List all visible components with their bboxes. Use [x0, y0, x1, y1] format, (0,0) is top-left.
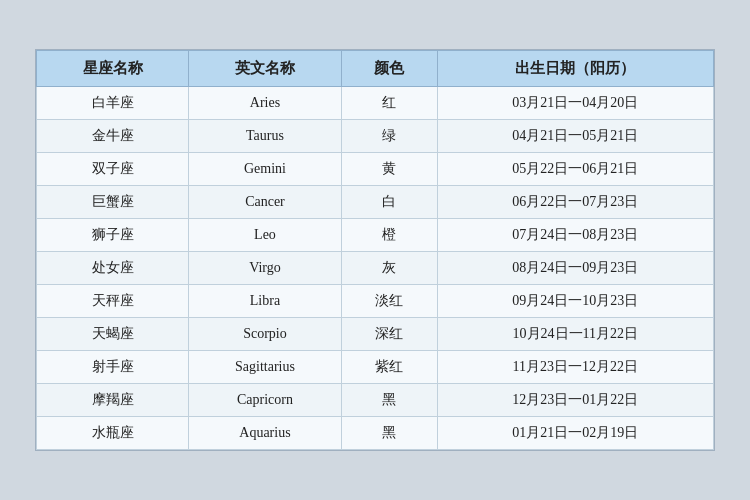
table-row: 天秤座Libra淡红09月24日一10月23日 [37, 285, 714, 318]
cell-color: 黑 [341, 384, 437, 417]
cell-chinese-name: 天秤座 [37, 285, 189, 318]
cell-color: 深红 [341, 318, 437, 351]
cell-english-name: Scorpio [189, 318, 341, 351]
cell-english-name: Capricorn [189, 384, 341, 417]
cell-color: 黄 [341, 153, 437, 186]
cell-chinese-name: 巨蟹座 [37, 186, 189, 219]
cell-color: 白 [341, 186, 437, 219]
cell-chinese-name: 水瓶座 [37, 417, 189, 450]
cell-english-name: Leo [189, 219, 341, 252]
zodiac-table-container: 星座名称 英文名称 颜色 出生日期（阳历） 白羊座Aries红03月21日一04… [35, 49, 715, 451]
cell-color: 红 [341, 87, 437, 120]
header-chinese-name: 星座名称 [37, 51, 189, 87]
table-row: 射手座Sagittarius紫红11月23日一12月22日 [37, 351, 714, 384]
cell-english-name: Aries [189, 87, 341, 120]
table-row: 水瓶座Aquarius黑01月21日一02月19日 [37, 417, 714, 450]
table-row: 摩羯座Capricorn黑12月23日一01月22日 [37, 384, 714, 417]
cell-dates: 12月23日一01月22日 [437, 384, 713, 417]
cell-color: 灰 [341, 252, 437, 285]
cell-dates: 04月21日一05月21日 [437, 120, 713, 153]
cell-dates: 07月24日一08月23日 [437, 219, 713, 252]
cell-english-name: Gemini [189, 153, 341, 186]
cell-english-name: Taurus [189, 120, 341, 153]
cell-chinese-name: 射手座 [37, 351, 189, 384]
cell-chinese-name: 天蝎座 [37, 318, 189, 351]
cell-chinese-name: 处女座 [37, 252, 189, 285]
cell-color: 淡红 [341, 285, 437, 318]
cell-dates: 01月21日一02月19日 [437, 417, 713, 450]
cell-color: 绿 [341, 120, 437, 153]
cell-chinese-name: 摩羯座 [37, 384, 189, 417]
cell-dates: 06月22日一07月23日 [437, 186, 713, 219]
cell-dates: 09月24日一10月23日 [437, 285, 713, 318]
cell-dates: 05月22日一06月21日 [437, 153, 713, 186]
cell-dates: 10月24日一11月22日 [437, 318, 713, 351]
cell-chinese-name: 狮子座 [37, 219, 189, 252]
table-row: 金牛座Taurus绿04月21日一05月21日 [37, 120, 714, 153]
zodiac-table: 星座名称 英文名称 颜色 出生日期（阳历） 白羊座Aries红03月21日一04… [36, 50, 714, 450]
table-row: 处女座Virgo灰08月24日一09月23日 [37, 252, 714, 285]
cell-chinese-name: 金牛座 [37, 120, 189, 153]
table-row: 巨蟹座Cancer白06月22日一07月23日 [37, 186, 714, 219]
header-color: 颜色 [341, 51, 437, 87]
cell-color: 紫红 [341, 351, 437, 384]
cell-chinese-name: 白羊座 [37, 87, 189, 120]
table-row: 天蝎座Scorpio深红10月24日一11月22日 [37, 318, 714, 351]
table-row: 双子座Gemini黄05月22日一06月21日 [37, 153, 714, 186]
cell-dates: 03月21日一04月20日 [437, 87, 713, 120]
cell-english-name: Sagittarius [189, 351, 341, 384]
table-row: 狮子座Leo橙07月24日一08月23日 [37, 219, 714, 252]
table-header-row: 星座名称 英文名称 颜色 出生日期（阳历） [37, 51, 714, 87]
cell-dates: 11月23日一12月22日 [437, 351, 713, 384]
cell-english-name: Virgo [189, 252, 341, 285]
cell-english-name: Aquarius [189, 417, 341, 450]
header-english-name: 英文名称 [189, 51, 341, 87]
cell-color: 黑 [341, 417, 437, 450]
table-row: 白羊座Aries红03月21日一04月20日 [37, 87, 714, 120]
table-body: 白羊座Aries红03月21日一04月20日金牛座Taurus绿04月21日一0… [37, 87, 714, 450]
header-birth-date: 出生日期（阳历） [437, 51, 713, 87]
cell-english-name: Libra [189, 285, 341, 318]
cell-english-name: Cancer [189, 186, 341, 219]
cell-chinese-name: 双子座 [37, 153, 189, 186]
cell-color: 橙 [341, 219, 437, 252]
cell-dates: 08月24日一09月23日 [437, 252, 713, 285]
